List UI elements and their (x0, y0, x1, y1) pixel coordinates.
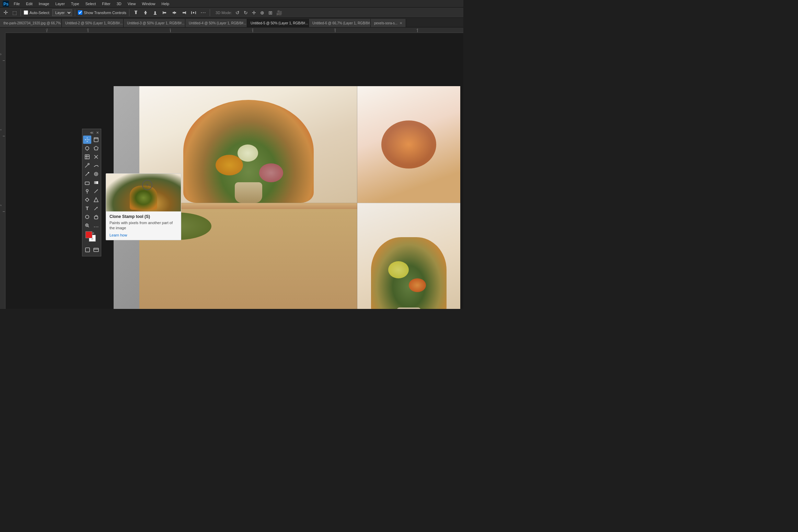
right-bouquet (371, 237, 447, 309)
polygonal-lasso-btn[interactable] (92, 144, 100, 152)
pen-btn[interactable] (92, 187, 100, 195)
align-right-button[interactable] (180, 9, 188, 16)
swap-colors-icon[interactable]: ⇄ (92, 231, 94, 235)
ruler-horizontal: -1 0 1 2 3 4 (5, 27, 463, 33)
align-left-button[interactable] (161, 9, 169, 16)
svg-marker-22 (89, 139, 90, 140)
align-horiz-center-button[interactable] (171, 9, 178, 16)
slice-tool-btn[interactable] (83, 153, 91, 161)
menu-type[interactable]: Type (68, 1, 82, 7)
tab-untitled6[interactable]: Untitled-6 @ 66,7% (Layer 1, RGB/8#... ✕ (309, 19, 371, 27)
menu-3d[interactable]: 3D (114, 1, 124, 7)
more-tools-btn[interactable]: … (92, 221, 100, 230)
path-select-btn[interactable] (92, 204, 100, 212)
zoom-btn[interactable] (83, 221, 91, 230)
svg-rect-10 (163, 12, 166, 13)
tab-pexels[interactable]: pexels-sora-s... ✕ (371, 19, 406, 27)
align-bottom-button[interactable] (151, 9, 159, 16)
dodge-btn[interactable] (83, 187, 91, 195)
toolbox-close-icon[interactable]: ✕ (96, 131, 99, 135)
hand-btn[interactable] (92, 213, 100, 221)
foreground-color-swatch[interactable] (85, 231, 92, 238)
tab-bar: the-park-2863734_1920.jpg @ 66,7% (Copyr… (0, 18, 463, 27)
magic-eraser-btn[interactable] (92, 153, 100, 161)
artboard-tool-btn[interactable] (92, 136, 100, 144)
menu-select[interactable]: Select (83, 1, 99, 7)
menu-image[interactable]: Image (36, 1, 52, 7)
menu-help[interactable]: Help (159, 1, 172, 7)
3d-roll-icon[interactable]: ↻ (242, 9, 249, 16)
menu-view[interactable]: View (125, 1, 139, 7)
svg-line-63 (88, 226, 89, 227)
tab-untitled4[interactable]: Untitled-4 @ 50% (Layer 1, RGB/8#... ✕ (185, 19, 247, 27)
svg-rect-11 (174, 11, 175, 14)
svg-line-48 (97, 190, 97, 190)
standard-screen-btn[interactable] (84, 246, 91, 254)
menu-window[interactable]: Window (139, 1, 158, 7)
svg-marker-20 (87, 141, 88, 142)
ellipse-btn[interactable] (83, 213, 91, 221)
menu-edit[interactable]: Edit (23, 1, 35, 7)
toolbox-collapse-icon[interactable]: ≪ (90, 131, 93, 135)
tooltip-learn-link[interactable]: Learn how (109, 233, 127, 237)
healing-btn[interactable] (92, 170, 100, 178)
options-bar: ✛ ⬚ Auto-Select: Layer Show Transform Co… (0, 8, 463, 18)
tab-pexels-close[interactable]: ✕ (400, 21, 402, 25)
menu-file[interactable]: File (11, 1, 23, 7)
svg-marker-54 (94, 198, 98, 202)
move-tool-btn[interactable] (83, 136, 91, 144)
reset-colors-icon[interactable]: ↺ (91, 238, 94, 241)
svg-rect-6 (145, 13, 146, 14)
tool-row-8 (83, 196, 100, 204)
tab-untitled3[interactable]: Untitled-3 @ 50% (Layer 1, RGB/8#... ✕ (124, 19, 185, 27)
canvas-area[interactable] (5, 33, 463, 309)
menu-filter[interactable]: Filter (99, 1, 113, 7)
gradient-btn[interactable] (92, 178, 100, 187)
3d-slide-icon[interactable]: ⊕ (259, 9, 266, 16)
tooltip-tool-name: Clone Stamp tool (S) (109, 214, 177, 219)
separator-4 (210, 9, 210, 16)
more-options-button[interactable]: ⋯ (199, 9, 207, 16)
tab-untitled2[interactable]: Untitled-2 @ 50% (Layer 1, RGB/8#... ✕ (62, 19, 124, 27)
svg-rect-9 (163, 11, 163, 14)
svg-point-26 (85, 147, 89, 150)
svg-rect-5 (145, 11, 146, 12)
menu-layer[interactable]: Layer (53, 1, 68, 7)
svg-rect-3 (135, 11, 137, 14)
auto-select-checkbox[interactable] (24, 10, 28, 15)
blur-btn[interactable] (92, 196, 100, 204)
align-top-button[interactable] (132, 9, 140, 16)
align-vert-center-button[interactable] (142, 9, 149, 16)
svg-line-46 (94, 190, 97, 193)
eyedropper-btn[interactable] (83, 161, 91, 170)
svg-point-49 (86, 198, 89, 201)
show-transform-label[interactable]: Show Transform Controls (78, 10, 126, 15)
separator-1 (21, 9, 21, 16)
tool-row-3 (83, 153, 100, 161)
menu-bar: Ps File Edit Image Layer Type Select Fil… (0, 0, 463, 8)
text-btn[interactable]: T (83, 204, 91, 212)
3d-scale-icon[interactable]: ⊞ (267, 9, 274, 16)
brush-btn[interactable] (83, 170, 91, 178)
fullscreen-menu-btn[interactable] (92, 246, 100, 254)
auto-select-label[interactable]: Auto-Select: (24, 10, 50, 15)
distribute-button[interactable] (190, 9, 197, 16)
3d-pan-icon[interactable]: ✛ (251, 9, 257, 16)
smudge-btn[interactable] (92, 161, 100, 170)
right-top-area (357, 86, 460, 203)
tab-untitled5[interactable]: Untitled-5 @ 50% (Layer 1, RGB/8#... ✕ (247, 19, 309, 27)
show-transform-checkbox[interactable] (78, 10, 82, 15)
clone-stamp-btn[interactable] (83, 196, 91, 204)
tab-park[interactable]: the-park-2863734_1920.jpg @ 66,7% (Copyr… (0, 19, 62, 27)
svg-rect-42 (85, 182, 89, 185)
eraser-btn[interactable] (83, 178, 91, 187)
3d-rotate-icon[interactable]: ↺ (234, 9, 241, 16)
lasso-tool-btn[interactable] (83, 144, 91, 152)
swatch-container[interactable]: ↺ ⇄ (85, 231, 98, 244)
auto-select-dropdown[interactable]: Layer (52, 9, 72, 16)
tool-row-6 (83, 178, 100, 187)
3d-video-icon[interactable]: 🎥 (276, 9, 283, 16)
tool-row-11: … (83, 221, 100, 230)
svg-marker-19 (87, 137, 88, 138)
tooltip-description: Paints with pixels from another part of … (109, 220, 177, 231)
